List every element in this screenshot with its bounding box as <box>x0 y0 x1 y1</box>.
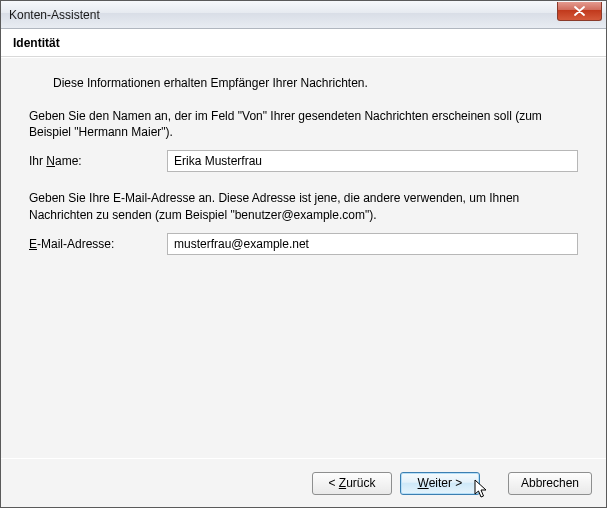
close-icon <box>574 6 585 16</box>
name-input[interactable] <box>167 150 578 172</box>
name-label: Ihr Name: <box>29 154 167 168</box>
button-bar: < Zurück Weiter > Abbrechen <box>1 459 606 507</box>
wizard-header: Identität <box>1 29 606 57</box>
close-button[interactable] <box>557 2 602 21</box>
next-button[interactable]: Weiter > <box>400 472 480 495</box>
name-row: Ihr Name: <box>29 150 578 172</box>
page-title: Identität <box>13 36 60 50</box>
dialog-window: Konten-Assistent Identität Diese Informa… <box>0 0 607 508</box>
cancel-button[interactable]: Abbrechen <box>508 472 592 495</box>
back-button[interactable]: < Zurück <box>312 472 392 495</box>
email-label: E-Mail-Adresse: <box>29 237 167 251</box>
email-instructions: Geben Sie Ihre E-Mail-Adresse an. Diese … <box>29 190 578 222</box>
titlebar[interactable]: Konten-Assistent <box>1 1 606 29</box>
window-title: Konten-Assistent <box>9 8 100 22</box>
intro-text: Diese Informationen erhalten Empfänger I… <box>53 76 578 90</box>
email-input[interactable] <box>167 233 578 255</box>
name-instructions: Geben Sie den Namen an, der im Feld "Von… <box>29 108 578 140</box>
wizard-content: Diese Informationen erhalten Empfänger I… <box>1 57 606 507</box>
email-row: E-Mail-Adresse: <box>29 233 578 255</box>
